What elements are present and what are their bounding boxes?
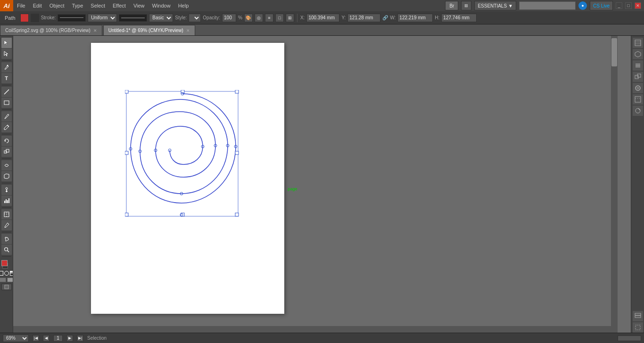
rectangle-tool[interactable]	[1, 98, 12, 108]
right-panel-artboards[interactable]	[633, 322, 643, 333]
stroke-color-box[interactable]	[31, 14, 39, 22]
opacity-input[interactable]	[222, 14, 236, 22]
svg-point-53	[637, 87, 639, 89]
stroke-type-select[interactable]: Uniform	[88, 14, 117, 22]
stroke-style-select[interactable]: Basic	[149, 14, 173, 22]
pathfinder-button[interactable]: ⊞	[286, 14, 294, 22]
svg-point-2	[7, 65, 8, 66]
right-panel-transform[interactable]	[633, 49, 643, 59]
right-panel-swatches[interactable]	[633, 106, 643, 116]
close-button[interactable]: ✕	[635, 2, 641, 9]
svg-rect-30	[125, 213, 128, 216]
selection-tool[interactable]	[1, 38, 12, 48]
toolbar-separator-1	[2, 60, 11, 61]
last-page-btn[interactable]: ▶|	[77, 335, 83, 342]
menu-type[interactable]: Type	[68, 0, 87, 11]
canvas-area[interactable]: .page	[13, 36, 631, 333]
rotate-tool[interactable]	[1, 136, 12, 146]
right-panel-stroke[interactable]	[633, 83, 643, 93]
right-panel-color[interactable]	[633, 94, 643, 105]
menu-edit[interactable]: Edit	[29, 0, 46, 11]
tabs-bar: CoilSpring2.svg @ 100% (RGB/Preview) ✕ U…	[0, 24, 644, 36]
type-tool[interactable]: T	[1, 73, 12, 83]
none-swatch[interactable]	[0, 271, 3, 276]
pen-tool[interactable]	[1, 62, 12, 73]
vertical-scrollbar-thumb[interactable]	[611, 38, 617, 66]
normal-mode-btn[interactable]	[0, 278, 6, 282]
tab-coilspring[interactable]: CoilSpring2.svg @ 100% (RGB/Preview) ✕	[0, 25, 102, 35]
tab-untitled[interactable]: Untitled-1* @ 69% (CMYK/Preview) ✕	[103, 25, 195, 35]
menu-effect[interactable]: Effect	[109, 0, 130, 11]
menu-object[interactable]: Object	[46, 0, 68, 11]
warp-tool[interactable]	[1, 160, 12, 171]
workspace-grid-button[interactable]: ⊞	[461, 1, 471, 10]
tab-close-coilspring[interactable]: ✕	[93, 28, 97, 33]
transform-button[interactable]: □	[275, 14, 284, 22]
minimize-button[interactable]: _	[616, 2, 622, 9]
h-input[interactable]	[441, 14, 477, 22]
svg-rect-14	[7, 200, 8, 203]
view-mode-area	[0, 278, 13, 282]
toolbar-separator-6	[2, 183, 11, 183]
svg-rect-58	[635, 316, 641, 318]
menu-file[interactable]: File	[13, 0, 29, 11]
align-button[interactable]: ≡	[265, 14, 273, 22]
scale-tool[interactable]	[1, 147, 12, 157]
search-input[interactable]	[519, 1, 576, 10]
bridge-button[interactable]: Br	[445, 1, 458, 10]
direct-selection-tool[interactable]	[1, 49, 12, 59]
menu-help[interactable]: Help	[174, 0, 193, 11]
color-swatch[interactable]	[4, 271, 9, 276]
next-page-btn[interactable]: ▶	[66, 335, 73, 342]
zoom-select[interactable]: 69% 50% 100%	[3, 335, 29, 342]
x-input[interactable]	[306, 14, 339, 22]
prev-page-btn[interactable]: ◀	[43, 335, 50, 342]
workspace-selector[interactable]: ESSENTIALS ▼	[474, 1, 516, 10]
horizontal-scrollbar[interactable]	[13, 326, 618, 333]
svg-rect-15	[8, 198, 9, 203]
recolor-button[interactable]: 🎨	[244, 14, 253, 22]
paintbrush-tool[interactable]	[1, 111, 12, 122]
menu-select[interactable]: Select	[87, 0, 109, 11]
right-panel-layers[interactable]	[633, 311, 643, 321]
tab-close-untitled[interactable]: ✕	[186, 28, 190, 33]
vertical-scrollbar[interactable]	[611, 36, 618, 326]
menu-window[interactable]: Window	[149, 0, 174, 11]
svg-line-3	[4, 90, 9, 94]
right-panel-pathfinder[interactable]	[633, 72, 643, 82]
right-panel-align[interactable]	[633, 60, 643, 71]
page-number-input[interactable]	[53, 335, 63, 342]
style-label: Style:	[175, 15, 187, 20]
maximize-button[interactable]: □	[625, 2, 632, 9]
toolbar-separator-8	[2, 232, 11, 232]
path-label: Path	[2, 15, 18, 21]
toolbar-separator-3	[2, 109, 11, 110]
opacity-button[interactable]: ◎	[255, 14, 263, 22]
y-input[interactable]	[347, 14, 380, 22]
symbol-sprayer-tool[interactable]	[1, 185, 12, 195]
cslive-button[interactable]: CS Live	[590, 1, 613, 10]
pencil-tool[interactable]	[1, 122, 12, 132]
change-screen-mode-btn[interactable]	[1, 284, 12, 290]
column-graph-tool[interactable]	[1, 196, 12, 206]
fill-color-box[interactable]	[20, 14, 29, 22]
artboard	[91, 43, 284, 314]
top-right-controls: Br ⊞ ESSENTIALS ▼ ● CS Live _ □ ✕	[445, 1, 644, 10]
w-input[interactable]	[397, 14, 433, 22]
first-page-btn[interactable]: |◀	[33, 335, 39, 342]
eyedropper-tool[interactable]	[1, 220, 12, 230]
fill-swatch[interactable]	[1, 260, 8, 266]
svg-line-19	[8, 223, 9, 224]
gradient-swatch[interactable]	[10, 271, 14, 276]
slice-tool[interactable]	[1, 209, 12, 220]
hand-tool[interactable]	[1, 234, 12, 244]
svg-rect-44	[635, 40, 641, 46]
svg-marker-0	[4, 41, 8, 45]
menu-view[interactable]: View	[130, 0, 149, 11]
full-screen-btn[interactable]	[7, 278, 14, 282]
line-tool[interactable]	[1, 87, 12, 97]
right-panel-libraries[interactable]	[633, 38, 643, 48]
zoom-tool[interactable]	[1, 245, 12, 255]
free-transform-tool[interactable]	[1, 171, 12, 181]
style-select[interactable]	[189, 14, 201, 22]
